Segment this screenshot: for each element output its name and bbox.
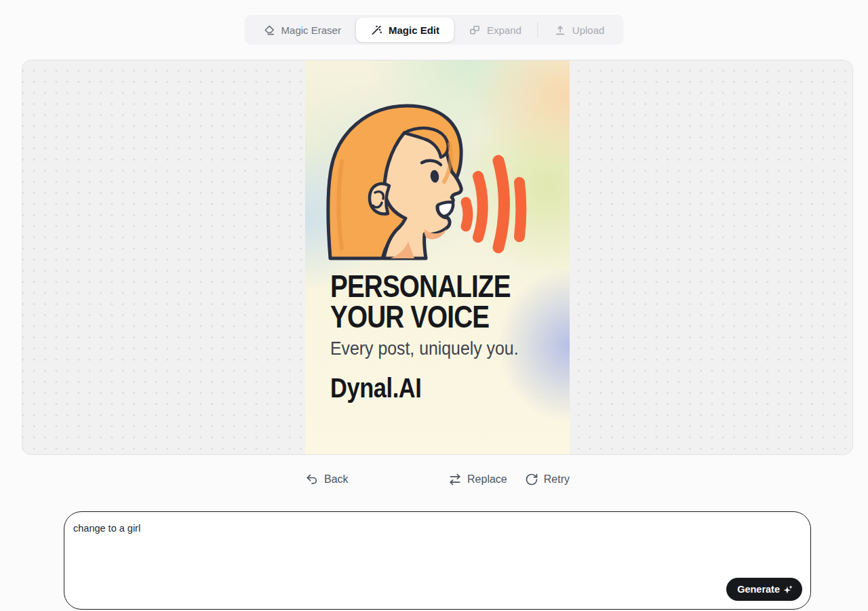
tab-label: Upload	[572, 24, 605, 36]
edited-image[interactable]: PERSONALIZEYOUR VOICE Every post, unique…	[305, 60, 570, 455]
tab-expand[interactable]: Expand	[454, 15, 536, 45]
tab-upload[interactable]: Upload	[540, 15, 620, 45]
upload-icon	[555, 24, 566, 36]
toolbar-divider	[538, 22, 538, 38]
refresh-icon	[525, 473, 538, 486]
expand-icon	[469, 24, 481, 36]
tab-magic-eraser[interactable]: Magic Eraser	[249, 15, 356, 45]
replace-button[interactable]: Replace	[448, 473, 507, 486]
tab-label: Expand	[487, 24, 521, 36]
poster-tagline: Every post, uniquely you.	[330, 338, 519, 359]
magic-wand-icon	[371, 24, 382, 36]
poster-headline: PERSONALIZEYOUR VOICE	[330, 271, 511, 332]
editor-canvas[interactable]: PERSONALIZEYOUR VOICE Every post, unique…	[22, 60, 853, 455]
sparkles-icon	[783, 585, 793, 595]
tab-label: Magic Edit	[389, 24, 439, 36]
image-action-bar: Back Replace Retry	[305, 470, 570, 489]
replace-label: Replace	[467, 473, 507, 486]
retry-button[interactable]: Retry	[525, 473, 570, 486]
sound-waves	[466, 161, 521, 248]
generate-button[interactable]: Generate	[726, 578, 802, 601]
generate-label: Generate	[737, 584, 780, 595]
mode-toolbar: Magic Eraser Magic Edit Expand	[245, 15, 624, 45]
poster-brand-logo: Dynal.AI	[330, 372, 421, 404]
eraser-icon	[264, 24, 275, 36]
back-label: Back	[324, 473, 349, 486]
retry-label: Retry	[544, 473, 570, 486]
prompt-input[interactable]: change to a girl	[64, 512, 810, 574]
action-right-group: Replace Retry	[448, 473, 570, 486]
undo-icon	[305, 473, 319, 486]
back-button[interactable]: Back	[305, 473, 349, 486]
tab-label: Magic Eraser	[281, 24, 341, 36]
tab-magic-edit[interactable]: Magic Edit	[356, 18, 454, 42]
prompt-box: change to a girl Generate	[64, 511, 811, 610]
swap-arrows-icon	[448, 473, 462, 486]
